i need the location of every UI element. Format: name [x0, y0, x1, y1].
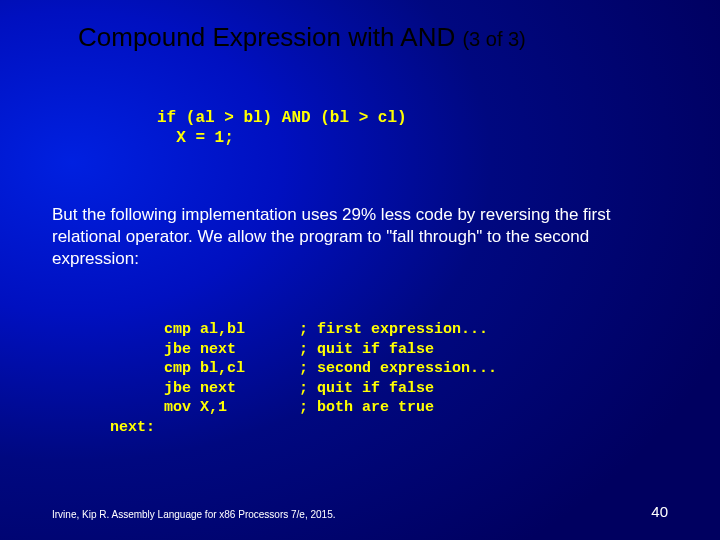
slide-title: Compound Expression with AND (3 of 3): [78, 22, 526, 53]
title-sub: (3 of 3): [462, 28, 525, 50]
page-number: 40: [651, 503, 668, 520]
pseudocode-block: if (al > bl) AND (bl > cl) X = 1;: [157, 108, 407, 148]
body-paragraph: But the following implementation uses 29…: [52, 204, 652, 270]
slide: Compound Expression with AND (3 of 3) if…: [0, 0, 720, 540]
footer-citation: Irvine, Kip R. Assembly Language for x86…: [52, 509, 336, 520]
title-main: Compound Expression with AND: [78, 22, 455, 52]
assembly-code-block: cmp al,bl ; first expression... jbe next…: [110, 320, 497, 437]
